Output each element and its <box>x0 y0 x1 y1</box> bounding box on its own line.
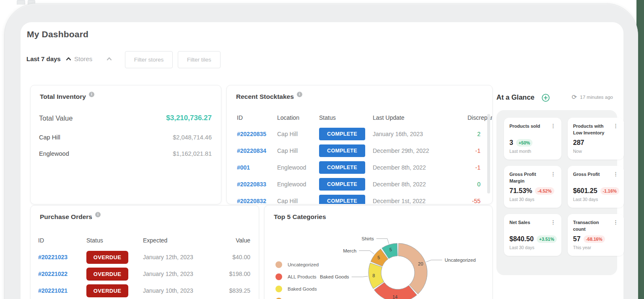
callout-label: Merch <box>343 248 356 253</box>
at-a-glance-title: At a Glance <box>496 93 535 101</box>
purchase-orders-card: Purchase Orders i IDStatusExpectedValue … <box>30 205 259 299</box>
add-tile-icon[interactable] <box>542 94 550 102</box>
callout-label: Baked Goods <box>320 274 349 279</box>
tile-value-row: 71.53%-4.52% <box>509 187 557 195</box>
stocktake-id-link[interactable]: #20220835 <box>237 131 277 137</box>
cell-location: Cap Hill <box>277 198 319 204</box>
tile-header: Transaction count⋮ <box>573 219 619 233</box>
kebab-menu-icon[interactable]: ⋮ <box>550 171 557 177</box>
purchase-order-id-link[interactable]: #20221023 <box>38 254 86 260</box>
card-title: Purchase Orders <box>40 213 92 221</box>
refresh-icon[interactable]: ⟳ <box>571 93 577 101</box>
change-badge: -1.16% <box>600 187 619 195</box>
tile-value: 287 <box>573 139 584 147</box>
stores-label: Stores <box>74 55 92 62</box>
info-icon[interactable]: i <box>89 92 94 97</box>
donut-slice-uncategorized[interactable] <box>398 243 427 294</box>
store-values-list: Cap Hill$2,048,714.46Englewood$1,162,021… <box>39 129 212 162</box>
callout-line <box>359 251 374 254</box>
kebab-menu-icon[interactable]: ⋮ <box>612 171 619 177</box>
status-badge: OVERDUE <box>86 268 128 281</box>
cell-discrepancy: -55 <box>467 198 480 204</box>
tile-title: Net Sales <box>509 219 530 226</box>
stocktake-id-link[interactable]: #20220834 <box>237 147 277 154</box>
kebab-menu-icon[interactable]: ⋮ <box>550 123 557 129</box>
glance-tile: Transaction count⋮57-68.16%This year <box>568 214 624 256</box>
stores-dropdown[interactable]: Stores <box>74 55 112 62</box>
change-badge: -68.16% <box>584 235 605 243</box>
tile-value: $601.25 <box>573 187 597 195</box>
glance-tile: Net Sales⋮$840.50+3.51%Last 30 days <box>504 214 561 256</box>
store-value: $2,048,714.46 <box>173 134 212 141</box>
column-header: ID <box>237 114 277 121</box>
cell-discrepancy: 0 <box>467 181 480 188</box>
callout-line <box>377 239 389 244</box>
table-body: #20220835Cap HillCOMPLETEJanuary 16th, 2… <box>227 126 492 204</box>
tile-header: Products sold⋮ <box>509 123 557 130</box>
tile-header: Products with Low Inventory⋮ <box>573 123 619 137</box>
cell-status: COMPLETE <box>319 161 373 174</box>
info-icon[interactable]: i <box>297 92 302 97</box>
glance-tile: Gross Profit⋮$601.25-1.16%Last 30 days <box>568 166 624 208</box>
cell-location: Cap Hill <box>277 131 319 137</box>
card-title: Recent Stocktakes <box>236 93 294 101</box>
kebab-menu-icon[interactable]: ⋮ <box>612 123 619 129</box>
card-title: Total Inventory <box>40 93 86 101</box>
cell-last-update: December 8th, 2022 <box>373 164 467 171</box>
tile-value: 3 <box>509 139 513 147</box>
tile-header: Gross Profit⋮ <box>573 171 619 178</box>
stocktake-id-link[interactable]: #20220833 <box>237 181 277 188</box>
cell-last-update: December 1st, 2022 <box>373 198 467 204</box>
purchase-order-id-link[interactable]: #20221022 <box>38 271 86 277</box>
purchase-order-id-link[interactable]: #20221021 <box>38 287 86 294</box>
table-row: #20220833EnglewoodCOMPLETEDecember 8th, … <box>227 176 492 193</box>
tile-period: Now <box>573 149 619 155</box>
glance-tile: Gross Profit Margin⋮71.53%-4.52%Last 30 … <box>504 166 561 208</box>
table-row: #20220835Cap HillCOMPLETEJanuary 16th, 2… <box>227 126 492 142</box>
status-badge: COMPLETE <box>319 128 365 140</box>
kebab-menu-icon[interactable]: ⋮ <box>612 219 619 225</box>
tile-value: $840.50 <box>509 235 534 243</box>
date-range-dropdown[interactable]: Last 7 days <box>26 55 71 62</box>
cell-expected: January 12th, 2023 <box>143 271 223 277</box>
status-badge: COMPLETE <box>319 195 365 204</box>
kebab-menu-icon[interactable]: ⋮ <box>550 219 557 225</box>
cell-expected: January 12th, 2023 <box>143 254 223 260</box>
total-value-row: Total Value $3,210,736.27 <box>39 114 212 122</box>
page-title: My Dashboard <box>27 29 88 39</box>
glance-tile: Products with Low Inventory⋮287Now <box>568 118 624 160</box>
filter-tiles-button[interactable]: Filter tiles <box>178 51 221 68</box>
page: My Dashboard Last 7 days Stores Filter s… <box>0 0 644 299</box>
status-badge: COMPLETE <box>319 161 365 174</box>
table-row: #20221021OVERDUEJanuary 10th, 2023$839.2… <box>31 282 259 299</box>
cell-status: OVERDUE <box>86 268 143 281</box>
tile-period: Last 30 days <box>509 245 557 251</box>
tile-value: 71.53% <box>509 187 532 195</box>
tile-period: Last month <box>509 149 557 155</box>
cell-location: Englewood <box>277 164 319 171</box>
table-header: IDLocationStatusLast UpdateDiscrepancy <box>227 112 492 123</box>
cell-value: $40.00 <box>223 254 250 260</box>
cell-status: COMPLETE <box>319 144 373 157</box>
stocktake-id-link[interactable]: #001 <box>237 164 277 171</box>
device-volume-button <box>17 0 25 5</box>
table-row: #20221022OVERDUEJanuary 12th, 2023$198.0… <box>31 265 259 282</box>
cell-location: Cap Hill <box>277 147 319 154</box>
change-badge: +50% <box>516 139 532 147</box>
stocktake-id-link[interactable]: #20220832 <box>237 198 277 204</box>
cell-status: COMPLETE <box>319 178 373 191</box>
tile-value-row: $601.25-1.16% <box>573 187 619 195</box>
top-categories-card: Top 5 Categories UncategorizedALL Produc… <box>264 205 493 299</box>
column-header: Status <box>86 237 143 244</box>
filter-stores-button[interactable]: Filter stores <box>125 51 173 68</box>
callout-label: Uncategorized <box>445 258 476 263</box>
tile-value-row: 57-68.16% <box>573 235 619 243</box>
date-range-label: Last 7 days <box>26 55 61 62</box>
slice-value-label: 20 <box>418 261 423 266</box>
total-value-amount: $3,210,736.27 <box>166 114 212 122</box>
scrollbar[interactable] <box>487 114 490 193</box>
cell-expected: January 10th, 2023 <box>143 287 223 294</box>
status-badge: OVERDUE <box>86 251 128 264</box>
last-refreshed-label: 17 minutes ago <box>580 95 613 100</box>
info-icon[interactable]: i <box>95 212 101 217</box>
